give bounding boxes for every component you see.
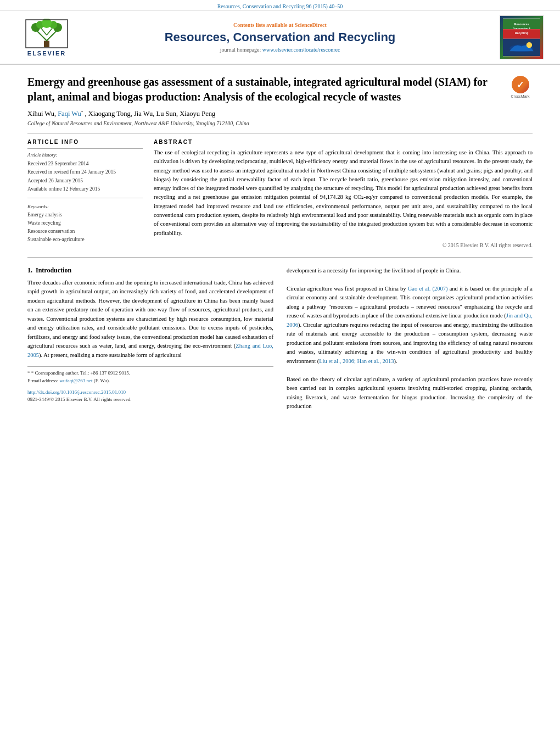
journal-vol-bar: Resources, Conservation and Recycling 96… (0, 0, 560, 11)
crossmark-icon: ✓ (512, 76, 529, 93)
journal-center-info: Contents lists available at ScienceDirec… (77, 22, 483, 53)
corresponding-text: * Corresponding author. Tel.: +86 137 09… (31, 370, 130, 376)
abstract-col: ABSTRACT The use of ecological recycling… (154, 139, 533, 248)
divider-info (27, 148, 143, 149)
body-col-left: 1. Introduction Three decades after econ… (27, 266, 273, 411)
keyword-4: Sustainable eco-agriculture (27, 236, 143, 244)
divider-1 (27, 133, 533, 133)
keywords-section: Keywords: Emergy analysis Waste recyclin… (27, 204, 143, 244)
online-date: Available online 12 February 2015 (27, 185, 143, 193)
article-info-heading: ARTICLE INFO (27, 139, 143, 145)
section1-heading: 1. Introduction (27, 266, 273, 275)
footnote-star: * (27, 370, 31, 376)
accepted-date: Accepted 26 January 2015 (27, 177, 143, 185)
doi-link[interactable]: http://dx.doi.org/10.1016/j.resconrec.20… (27, 389, 126, 395)
rcr-logo-icon: Resources Conservation & Recycling (500, 15, 544, 59)
article-info-col: ARTICLE INFO Article history: Received 2… (27, 139, 143, 248)
footnote-section: * * Corresponding author. Tel.: +86 137 … (27, 366, 273, 404)
doi-section: http://dx.doi.org/10.1016/j.resconrec.20… (27, 388, 273, 396)
sciencedirect-info: Contents lists available at ScienceDirec… (77, 22, 483, 28)
corresponding-note: * * Corresponding author. Tel.: +86 137 … (27, 370, 273, 377)
email-link[interactable]: wufaqi@263.net (59, 378, 92, 383)
homepage-url[interactable]: www.elsevier.com/locate/resconrec (262, 47, 340, 53)
revised-date: Received in revised form 24 January 2015 (27, 168, 143, 176)
ref-gao[interactable]: Gao et al. (2007) (408, 286, 448, 292)
rcr-logo-area: Resources Conservation & Recycling (483, 15, 544, 59)
keyword-1: Emergy analysis (27, 211, 143, 219)
copyright-notice: © 2015 Elsevier B.V. All rights reserved… (154, 242, 533, 248)
ref-zhang-luo[interactable]: Zhang and Luo, 2005 (27, 343, 273, 358)
body-text-left: Three decades after economic reform and … (27, 278, 273, 360)
sciencedirect-link-text[interactable]: ScienceDirect (295, 22, 327, 28)
body-col-right: development is a necessity for improving… (287, 266, 533, 411)
keyword-3: Resource conservation (27, 227, 143, 236)
ref-jin-qu[interactable]: Jin and Qu, 2006 (287, 313, 533, 327)
body-section: 1. Introduction Three decades after econ… (27, 266, 533, 411)
svg-text:Recycling: Recycling (515, 31, 529, 35)
author-names: Xihui Wu, (27, 110, 58, 118)
divider-keywords (27, 198, 143, 198)
ref-liu[interactable]: Liu et al., 2006; Han et al., 2013 (319, 358, 394, 364)
page: Resources, Conservation and Recycling 96… (0, 0, 560, 742)
author-rest: , Xiaogang Tong, Jia Wu, Lu Sun, Xiaoyu … (85, 110, 215, 118)
article-content: Emergy and greenhouse gas assessment of … (0, 65, 560, 421)
journal-vol-text: Resources, Conservation and Recycling 96… (217, 3, 343, 9)
svg-text:Resources: Resources (514, 23, 529, 26)
elsevier-logo-area: ELSEVIER (16, 19, 77, 57)
crossmark-badge: ✓ CrossMark (508, 75, 533, 99)
article-title-section: Emergy and greenhouse gas assessment of … (27, 75, 533, 104)
keyword-2: Waste recycling (27, 219, 143, 227)
keywords-label: Keywords: (27, 204, 143, 209)
journal-title: Resources, Conservation and Recycling (77, 30, 483, 44)
svg-point-19 (527, 42, 532, 48)
elsevier-brand-text: ELSEVIER (27, 50, 66, 57)
rcr-logo-svg: Resources Conservation & Recycling (503, 16, 540, 59)
article-title: Emergy and greenhouse gas assessment of … (27, 75, 508, 104)
section-divider (27, 257, 533, 258)
svg-rect-0 (44, 41, 49, 47)
info-abstract-section: ARTICLE INFO Article history: Received 2… (27, 139, 533, 248)
received-date: Received 23 September 2014 (27, 160, 143, 168)
crossmark-label: CrossMark (511, 94, 530, 98)
elsevier-logo: ELSEVIER (25, 19, 69, 57)
author-faqi[interactable]: Faqi Wu (58, 110, 81, 118)
journal-header: ELSEVIER Contents lists available at Sci… (0, 11, 560, 65)
journal-homepage: journal homepage: www.elsevier.com/locat… (77, 47, 483, 53)
authors-line: Xihui Wu, Faqi Wu* , Xiaogang Tong, Jia … (27, 110, 533, 118)
email-name: (F. Wu). (94, 378, 110, 383)
abstract-heading: ABSTRACT (154, 139, 533, 145)
email-note: E-mail address: wufaqi@263.net (F. Wu). (27, 377, 273, 385)
body-text-right: development is a necessity for improving… (287, 266, 533, 411)
elsevier-tree-icon (25, 19, 69, 49)
affiliation: College of Natural Resources and Environ… (27, 120, 533, 126)
history-label: Article history: (27, 152, 143, 158)
abstract-text: The use of ecological recycling in agric… (154, 148, 533, 238)
issn-text: 0921-3449/© 2015 Elsevier B.V. All right… (27, 396, 273, 404)
svg-text:Conservation &: Conservation & (513, 27, 530, 30)
